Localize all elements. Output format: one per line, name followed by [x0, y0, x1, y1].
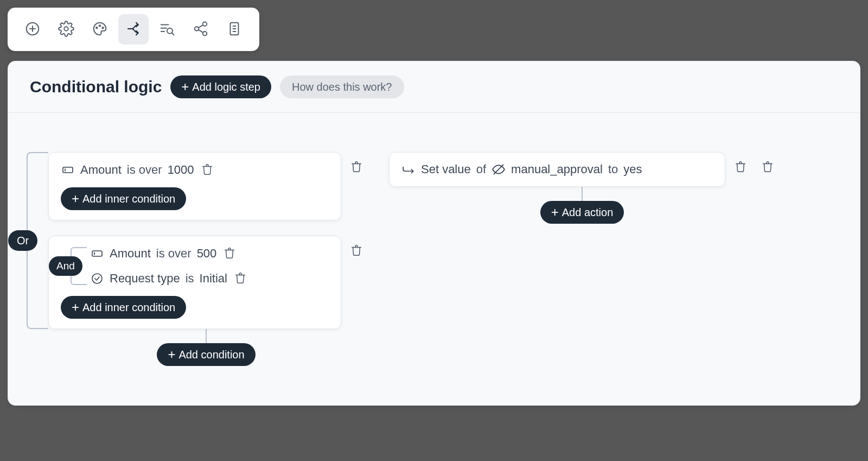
conditions-column: Or Amount is over 1000: [48, 152, 364, 366]
inner-operator-pill[interactable]: And: [49, 256, 82, 276]
svg-line-16: [199, 29, 203, 32]
delete-row-button[interactable]: [222, 246, 237, 261]
action-field: manual_approval: [511, 162, 603, 176]
panel-header: Conditional logic + Add logic step How d…: [8, 61, 860, 113]
svg-point-25: [92, 274, 102, 283]
add-condition-button[interactable]: + Add condition: [157, 343, 255, 366]
toolbar-file-button[interactable]: [219, 14, 250, 45]
condition-field: Amount: [80, 163, 122, 177]
condition-line[interactable]: Amount is over 1000: [61, 162, 329, 178]
trash-icon: [201, 163, 213, 177]
svg-point-4: [96, 27, 98, 28]
svg-point-3: [64, 27, 68, 31]
trash-icon: [350, 161, 362, 174]
branch-icon: [125, 21, 142, 39]
trash-icon: [762, 161, 774, 174]
connector: [582, 187, 583, 201]
add-condition-label: Add condition: [178, 349, 244, 361]
connector: [206, 329, 207, 343]
eye-off-icon: [492, 162, 506, 176]
condition-field: Amount: [110, 247, 151, 261]
action-card[interactable]: Set value of manual_approval to yes: [389, 152, 725, 187]
action-of: of: [476, 162, 486, 176]
toolbar-theme-button[interactable]: [85, 14, 115, 45]
delete-action-button[interactable]: [733, 160, 748, 175]
plus-circle-icon: [24, 21, 41, 39]
toolbar-settings-button[interactable]: [51, 14, 81, 45]
toolbar-filter-button[interactable]: [152, 14, 182, 45]
add-action-label: Add action: [562, 206, 614, 219]
trash-icon: [224, 247, 235, 261]
toolbar-share-button[interactable]: [186, 14, 216, 45]
top-toolbar: [8, 8, 259, 51]
add-action-button[interactable]: + Add action: [540, 201, 624, 224]
action-verb: Set value: [421, 162, 471, 176]
check-circle-icon: [90, 271, 104, 286]
delete-step-button[interactable]: [760, 160, 775, 175]
add-inner-condition-label: Add inner condition: [82, 301, 175, 314]
plus-icon: +: [181, 80, 189, 93]
svg-line-15: [199, 25, 203, 28]
condition-line[interactable]: Amount is over 500: [90, 246, 329, 261]
inner-condition-group: And Amount is over 500: [90, 246, 329, 286]
condition-value: Initial: [200, 271, 227, 286]
svg-rect-23: [92, 251, 102, 256]
add-logic-step-button[interactable]: + Add logic step: [170, 75, 271, 98]
delete-row-button[interactable]: [233, 271, 248, 286]
delete-row-button[interactable]: [200, 162, 215, 178]
help-button[interactable]: How does this work?: [280, 75, 404, 98]
panel-body: Or Amount is over 1000: [8, 113, 860, 405]
condition-op: is over: [156, 247, 192, 261]
condition-row: And Amount is over 500: [48, 236, 364, 329]
condition-card: And Amount is over 500: [48, 236, 341, 329]
add-logic-step-label: Add logic step: [192, 81, 260, 93]
filter-search-icon: [159, 21, 175, 39]
gear-icon: [58, 21, 74, 39]
panel-title: Conditional logic: [30, 78, 162, 96]
delete-card-button[interactable]: [349, 243, 364, 258]
condition-op: is over: [127, 163, 162, 177]
text-input-icon: [90, 247, 104, 261]
action-value: yes: [623, 162, 642, 176]
help-label: How does this work?: [292, 81, 392, 93]
plus-icon: +: [72, 192, 79, 205]
condition-card: Amount is over 1000 + Add inner conditio…: [48, 152, 341, 220]
trash-icon: [234, 272, 246, 286]
trash-icon: [350, 244, 362, 258]
action-row: Set value of manual_approval to yes: [389, 152, 775, 187]
plus-icon: +: [551, 206, 559, 219]
action-to: to: [608, 162, 618, 176]
svg-point-5: [99, 25, 101, 27]
logic-panel: Conditional logic + Add logic step How d…: [8, 61, 860, 406]
share-icon: [193, 21, 209, 39]
svg-point-6: [102, 27, 104, 28]
palette-icon: [92, 21, 108, 39]
text-input-icon: [61, 163, 75, 177]
file-icon: [226, 21, 242, 39]
delete-card-button[interactable]: [349, 160, 364, 175]
condition-op: is: [186, 271, 194, 286]
svg-rect-21: [63, 167, 73, 173]
action-arrow-icon: [401, 162, 416, 176]
condition-line[interactable]: Request type is Initial: [90, 271, 329, 286]
condition-value: 500: [197, 247, 217, 261]
toolbar-add-button[interactable]: [17, 14, 48, 45]
group-operator-pill[interactable]: Or: [8, 230, 37, 251]
svg-line-11: [172, 33, 174, 35]
actions-column: Set value of manual_approval to yes: [389, 152, 775, 224]
add-inner-condition-button[interactable]: + Add inner condition: [61, 296, 186, 319]
condition-group: Or Amount is over 1000: [48, 152, 364, 329]
toolbar-branch-button[interactable]: [118, 14, 149, 45]
condition-field: Request type: [110, 271, 180, 286]
plus-icon: +: [168, 348, 175, 361]
trash-icon: [735, 161, 746, 174]
plus-icon: +: [72, 301, 79, 314]
condition-value: 1000: [168, 163, 194, 177]
condition-row: Amount is over 1000 + Add inner conditio…: [48, 152, 364, 220]
action-line: Set value of manual_approval to yes: [401, 162, 713, 176]
add-inner-condition-button[interactable]: + Add inner condition: [61, 187, 186, 210]
add-inner-condition-label: Add inner condition: [82, 193, 175, 205]
